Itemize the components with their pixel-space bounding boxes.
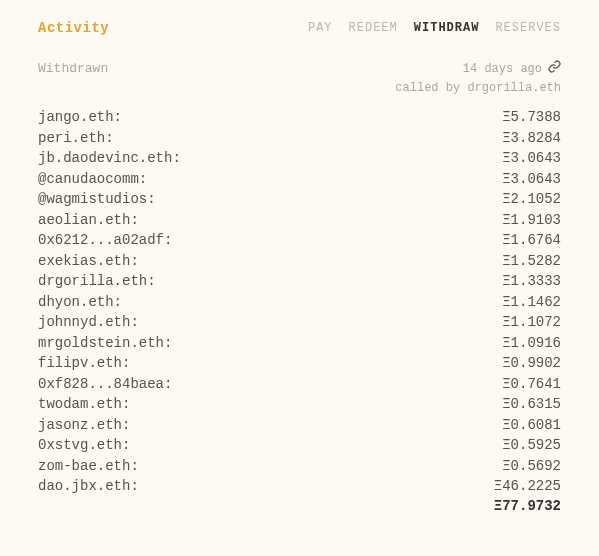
called-by-name: drgorilla.eth	[467, 81, 561, 95]
entry-row: dhyon.eth:Ξ1.1462	[38, 294, 561, 310]
header: Activity PAY REDEEM WITHDRAW RESERVES	[38, 20, 561, 36]
entry-row: johnnyd.eth:Ξ1.1072	[38, 314, 561, 330]
entry-name: jango.eth:	[38, 109, 122, 125]
entry-name: zom-bae.eth:	[38, 458, 139, 474]
time-ago-text: 14 days ago	[463, 62, 542, 76]
entry-value: Ξ0.7641	[502, 376, 561, 392]
entry-name: exekias.eth:	[38, 253, 139, 269]
entry-row: 0xf828...84baea:Ξ0.7641	[38, 376, 561, 392]
entry-name: johnnyd.eth:	[38, 314, 139, 330]
entry-value: Ξ1.5282	[502, 253, 561, 269]
entry-row: mrgoldstein.eth:Ξ1.0916	[38, 335, 561, 351]
entry-value: Ξ46.2225	[494, 478, 561, 494]
entry-row: peri.eth:Ξ3.8284	[38, 130, 561, 146]
tabs: PAY REDEEM WITHDRAW RESERVES	[308, 21, 561, 35]
entry-value: Ξ3.8284	[502, 130, 561, 146]
entry-row: drgorilla.eth:Ξ1.3333	[38, 273, 561, 289]
entry-name: 0xstvg.eth:	[38, 437, 130, 453]
tab-redeem[interactable]: REDEEM	[349, 21, 398, 35]
entry-row: exekias.eth:Ξ1.5282	[38, 253, 561, 269]
entry-row: jango.eth:Ξ5.7388	[38, 109, 561, 125]
entry-name: 0x6212...a02adf:	[38, 232, 172, 248]
entry-name: 0xf828...84baea:	[38, 376, 172, 392]
entry-name: mrgoldstein.eth:	[38, 335, 172, 351]
entry-name: dhyon.eth:	[38, 294, 122, 310]
entry-name: dao.jbx.eth:	[38, 478, 139, 494]
entry-row: @canudaocomm:Ξ3.0643	[38, 171, 561, 187]
tab-reserves[interactable]: RESERVES	[495, 21, 561, 35]
entry-value: Ξ5.7388	[502, 109, 561, 125]
total-row: Ξ77.9732	[38, 498, 561, 514]
tab-pay[interactable]: PAY	[308, 21, 333, 35]
called-by: called by drgorilla.eth	[38, 81, 561, 95]
entry-name: aeolian.eth:	[38, 212, 139, 228]
link-icon[interactable]	[548, 60, 561, 77]
entry-value: Ξ0.6081	[502, 417, 561, 433]
entry-value: Ξ0.5925	[502, 437, 561, 453]
entry-name: filipv.eth:	[38, 355, 130, 371]
entry-value: Ξ1.1072	[502, 314, 561, 330]
entry-value: Ξ0.5692	[502, 458, 561, 474]
entry-name: peri.eth:	[38, 130, 114, 146]
entry-name: jasonz.eth:	[38, 417, 130, 433]
withdrawn-label: Withdrawn	[38, 61, 108, 76]
entry-row: 0x6212...a02adf:Ξ1.6764	[38, 232, 561, 248]
entry-row: aeolian.eth:Ξ1.9103	[38, 212, 561, 228]
called-by-prefix: called by	[395, 81, 467, 95]
entry-name: twodam.eth:	[38, 396, 130, 412]
entry-value: Ξ1.9103	[502, 212, 561, 228]
entry-row: twodam.eth:Ξ0.6315	[38, 396, 561, 412]
entry-row: jb.daodevinc.eth:Ξ3.0643	[38, 150, 561, 166]
entry-name: @wagmistudios:	[38, 191, 156, 207]
entry-row: @wagmistudios:Ξ2.1052	[38, 191, 561, 207]
entry-name: @canudaocomm:	[38, 171, 147, 187]
subheader: Withdrawn 14 days ago	[38, 60, 561, 77]
activity-title: Activity	[38, 20, 109, 36]
entry-row: 0xstvg.eth:Ξ0.5925	[38, 437, 561, 453]
entry-name: jb.daodevinc.eth:	[38, 150, 181, 166]
entry-value: Ξ1.1462	[502, 294, 561, 310]
entry-value: Ξ1.0916	[502, 335, 561, 351]
entry-value: Ξ0.6315	[502, 396, 561, 412]
entry-value: Ξ1.3333	[502, 273, 561, 289]
entry-value: Ξ0.9902	[502, 355, 561, 371]
entry-value: Ξ3.0643	[502, 171, 561, 187]
entry-row: jasonz.eth:Ξ0.6081	[38, 417, 561, 433]
entry-value: Ξ1.6764	[502, 232, 561, 248]
tab-withdraw[interactable]: WITHDRAW	[414, 21, 480, 35]
entry-row: dao.jbx.eth:Ξ46.2225	[38, 478, 561, 494]
entry-row: zom-bae.eth:Ξ0.5692	[38, 458, 561, 474]
total-value: Ξ77.9732	[494, 498, 561, 514]
entries-list: jango.eth:Ξ5.7388peri.eth:Ξ3.8284jb.daod…	[38, 109, 561, 494]
entry-value: Ξ3.0643	[502, 150, 561, 166]
entry-name: drgorilla.eth:	[38, 273, 156, 289]
entry-row: filipv.eth:Ξ0.9902	[38, 355, 561, 371]
time-ago: 14 days ago	[463, 60, 561, 77]
entry-value: Ξ2.1052	[502, 191, 561, 207]
